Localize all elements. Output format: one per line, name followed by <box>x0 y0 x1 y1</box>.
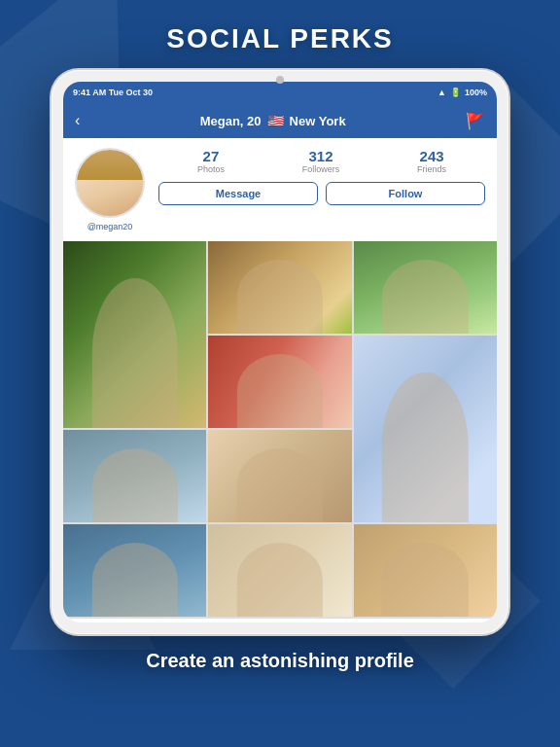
stat-followers: 312 Followers <box>302 148 340 174</box>
stat-friends: 243 Friends <box>417 148 446 174</box>
photo-5[interactable] <box>354 336 497 522</box>
photo-4[interactable] <box>208 336 351 428</box>
photo-10[interactable] <box>354 524 497 617</box>
profile-section: @megan20 27 Photos 312 Followers 24 <box>63 138 497 241</box>
nav-bar: ‹ Megan, 20 🇺🇸 New York 🚩 <box>63 103 497 138</box>
stats-area: 27 Photos 312 Followers 243 Friends <box>158 148 485 205</box>
action-buttons: Message Follow <box>158 182 485 205</box>
message-button[interactable]: Message <box>158 182 318 205</box>
nav-right-flag: 🚩 <box>466 112 485 130</box>
back-button[interactable]: ‹ <box>75 112 80 129</box>
battery-percent: 100% <box>465 88 487 97</box>
photos-label: Photos <box>197 164 225 174</box>
photo-9[interactable] <box>208 524 351 617</box>
followers-count: 312 <box>302 148 340 164</box>
follow-button[interactable]: Follow <box>326 182 485 205</box>
tablet-camera <box>276 76 284 84</box>
avatar-face <box>77 150 143 216</box>
page-title: SOCIAL PERKS <box>0 0 560 54</box>
photo-grid <box>63 241 497 619</box>
followers-label: Followers <box>302 164 340 174</box>
nav-user-name: Megan, 20 <box>200 114 262 128</box>
friends-label: Friends <box>417 164 446 174</box>
nav-flag: 🇺🇸 <box>267 113 284 128</box>
tablet-screen: 9:41 AM Tue Oct 30 ▲ 🔋 100% ‹ Megan, 20 … <box>63 82 497 622</box>
photo-6[interactable] <box>63 430 206 522</box>
photo-2[interactable] <box>208 241 351 334</box>
photo-1[interactable] <box>63 241 206 428</box>
avatar-hair <box>77 150 143 180</box>
stat-photos: 27 Photos <box>197 148 225 174</box>
photos-count: 27 <box>197 148 225 164</box>
battery-icon: 🔋 <box>450 88 461 97</box>
nav-title: Megan, 20 🇺🇸 New York <box>89 113 456 128</box>
photo-7[interactable] <box>208 430 351 522</box>
wifi-icon: ▲ <box>438 88 446 97</box>
avatar-username: @megan20 <box>88 222 133 231</box>
avatar-area: @megan20 <box>75 148 145 231</box>
tablet-device: 9:41 AM Tue Oct 30 ▲ 🔋 100% ‹ Megan, 20 … <box>52 70 508 634</box>
tagline-text: Create an astonishing profile <box>19 650 541 672</box>
status-time: 9:41 AM Tue Oct 30 <box>73 88 153 97</box>
photo-8[interactable] <box>63 524 206 617</box>
status-right: ▲ 🔋 100% <box>438 88 487 97</box>
stats-row: 27 Photos 312 Followers 243 Friends <box>158 148 485 182</box>
friends-count: 243 <box>417 148 446 164</box>
bottom-tagline: Create an astonishing profile <box>0 634 560 688</box>
nav-location: New York <box>290 114 346 128</box>
tablet-mockup: 9:41 AM Tue Oct 30 ▲ 🔋 100% ‹ Megan, 20 … <box>0 70 560 634</box>
status-bar: 9:41 AM Tue Oct 30 ▲ 🔋 100% <box>63 82 497 103</box>
photo-3[interactable] <box>354 241 497 334</box>
avatar <box>75 148 145 218</box>
